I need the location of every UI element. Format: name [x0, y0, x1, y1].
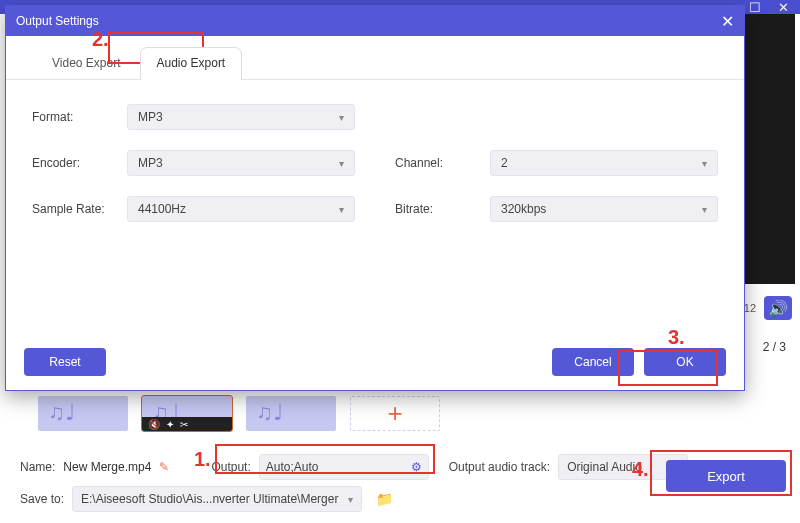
music-note-icon: ♫♩ — [48, 400, 75, 426]
gear-icon[interactable]: ⚙ — [411, 460, 422, 474]
ok-button[interactable]: OK — [644, 348, 726, 376]
tab-audio-export[interactable]: Audio Export — [141, 48, 242, 80]
clip-toolbar: 🔇 ✦ ✂ — [142, 417, 232, 431]
app-close-button[interactable]: ✕ — [774, 0, 792, 14]
output-settings-field[interactable]: Auto;Auto ⚙ — [259, 454, 429, 480]
chevron-down-icon: ▾ — [348, 494, 353, 505]
cancel-button[interactable]: Cancel — [552, 348, 634, 376]
bottom-row-1: Name: New Merge.mp4 ✎ Output: Auto;Auto … — [20, 454, 688, 480]
dialog-body: Format: MP3 ▾ Encoder: MP3 ▾ Sample Rate… — [6, 80, 744, 266]
output-label: Output: — [211, 460, 250, 474]
sample-rate-value: 44100Hz — [138, 202, 186, 216]
dialog-footer: Reset Cancel OK — [24, 348, 726, 376]
format-select[interactable]: MP3 ▾ — [127, 104, 355, 130]
mute-icon[interactable]: 🔇 — [148, 419, 160, 430]
format-value: MP3 — [138, 110, 163, 124]
encoder-value: MP3 — [138, 156, 163, 170]
bottom-row-2: Save to: E:\Aiseesoft Studio\Ais...nvert… — [20, 486, 393, 512]
encoder-select[interactable]: MP3 ▾ — [127, 150, 355, 176]
volume-button[interactable]: 🔊 — [764, 296, 792, 320]
sample-rate-label: Sample Rate: — [32, 202, 127, 216]
chevron-down-icon: ▾ — [339, 204, 344, 215]
add-clip-button[interactable]: + — [350, 396, 440, 431]
bitrate-select[interactable]: 320kbps ▾ — [490, 196, 718, 222]
tab-video-export[interactable]: Video Export — [36, 48, 137, 80]
reset-button[interactable]: Reset — [24, 348, 106, 376]
output-audio-label: Output audio track: — [449, 460, 550, 474]
music-note-icon: ♫♩ — [256, 400, 283, 426]
dialog-tabs: Video Export Audio Export — [6, 48, 744, 80]
encoder-label: Encoder: — [32, 156, 127, 170]
clip-thumb[interactable]: ♫♩ — [38, 396, 128, 431]
video-preview — [745, 14, 795, 284]
output-value: Auto;Auto — [266, 460, 319, 474]
saveto-label: Save to: — [20, 492, 64, 506]
clip-thumbnails: ♫♩ ♫♩ 🔇 ✦ ✂ ♫♩ + — [38, 396, 440, 431]
dialog-close-button[interactable]: ✕ — [721, 12, 734, 31]
clip-page-indicator: 2 / 3 — [763, 340, 786, 354]
chevron-down-icon: ▾ — [339, 112, 344, 123]
maximize-button[interactable]: ☐ — [746, 0, 764, 14]
chevron-down-icon: ▾ — [702, 158, 707, 169]
name-label: Name: — [20, 460, 55, 474]
edit-name-icon[interactable]: ✎ — [159, 460, 169, 474]
clip-thumb[interactable]: ♫♩ — [246, 396, 336, 431]
cut-icon[interactable]: ✂ — [180, 419, 188, 430]
sample-rate-select[interactable]: 44100Hz ▾ — [127, 196, 355, 222]
dialog-title: Output Settings — [16, 14, 99, 28]
export-button[interactable]: Export — [666, 460, 786, 492]
channel-select[interactable]: 2 ▾ — [490, 150, 718, 176]
format-label: Format: — [32, 110, 127, 124]
output-settings-dialog: Output Settings ✕ Video Export Audio Exp… — [5, 5, 745, 391]
chevron-down-icon: ▾ — [702, 204, 707, 215]
output-audio-value: Original Audio — [567, 460, 642, 474]
clip-thumb-selected[interactable]: ♫♩ 🔇 ✦ ✂ — [142, 396, 232, 431]
channel-value: 2 — [501, 156, 508, 170]
bitrate-value: 320kbps — [501, 202, 546, 216]
name-value[interactable]: New Merge.mp4 — [63, 460, 151, 474]
saveto-value: E:\Aiseesoft Studio\Ais...nverter Ultima… — [81, 492, 338, 506]
channel-label: Channel: — [395, 156, 490, 170]
bitrate-label: Bitrate: — [395, 202, 490, 216]
open-folder-icon[interactable]: 📁 — [376, 491, 393, 507]
saveto-select[interactable]: E:\Aiseesoft Studio\Ais...nverter Ultima… — [72, 486, 362, 512]
volume-icon: 🔊 — [768, 299, 788, 318]
star-icon[interactable]: ✦ — [166, 419, 174, 430]
chevron-down-icon: ▾ — [339, 158, 344, 169]
dialog-titlebar: Output Settings ✕ — [6, 6, 744, 36]
